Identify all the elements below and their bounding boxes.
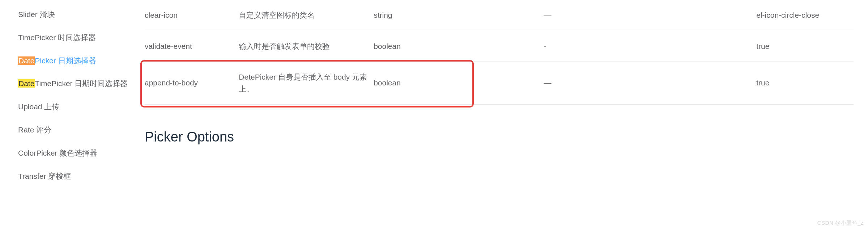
sidebar-item-colorpicker[interactable]: ColorPicker 颜色选择器 [18, 142, 141, 165]
cell-options: — [544, 0, 756, 31]
sidebar-item-datepicker[interactable]: DatePicker 日期选择器 [18, 49, 141, 72]
cell-default: true [756, 31, 854, 62]
cell-type: boolean [374, 31, 544, 62]
table-row: append-to-body DetePicker 自身是否插入至 body 元… [145, 62, 854, 105]
sidebar-item-rest: Picker 日期选择器 [35, 56, 96, 65]
cell-desc: 自定义清空图标的类名 [239, 0, 374, 31]
cell-default: el-icon-circle-close [756, 0, 854, 31]
cell-attr: clear-icon [145, 0, 239, 31]
attributes-table: clear-icon 自定义清空图标的类名 string — el-icon-c… [145, 0, 854, 105]
sidebar-item-datetimepicker[interactable]: DateTimePicker 日期时间选择器 [18, 72, 141, 95]
cell-attr: validate-event [145, 31, 239, 62]
cell-type: boolean [374, 62, 544, 105]
main-content: clear-icon 自定义清空图标的类名 string — el-icon-c… [141, 0, 868, 228]
cell-desc: 输入时是否触发表单的校验 [239, 31, 374, 62]
sidebar-item-rate[interactable]: Rate 评分 [18, 118, 141, 142]
table-row: validate-event 输入时是否触发表单的校验 boolean - tr… [145, 31, 854, 62]
sidebar-item-slider[interactable]: Slider 滑块 [18, 3, 141, 26]
cell-default: true [756, 62, 854, 105]
section-title: Picker Options [145, 129, 854, 145]
sidebar-item-transfer[interactable]: Transfer 穿梭框 [18, 165, 141, 188]
highlight-text: Date [18, 56, 35, 65]
cell-options: — [544, 62, 756, 105]
watermark: CSDN @小墨鱼_z [817, 220, 864, 227]
sidebar-item-upload[interactable]: Upload 上传 [18, 95, 141, 118]
sidebar-item-timepicker[interactable]: TimePicker 时间选择器 [18, 26, 141, 49]
sidebar-item-rest: TimePicker 日期时间选择器 [35, 79, 128, 88]
sidebar: Slider 滑块 TimePicker 时间选择器 DatePicker 日期… [0, 0, 141, 228]
cell-options: - [544, 31, 756, 62]
highlight-text: Date [18, 79, 35, 88]
table-row: clear-icon 自定义清空图标的类名 string — el-icon-c… [145, 0, 854, 31]
cell-attr: append-to-body [145, 62, 239, 105]
cell-type: string [374, 0, 544, 31]
cell-desc: DetePicker 自身是否插入至 body 元素上。 [239, 62, 374, 105]
